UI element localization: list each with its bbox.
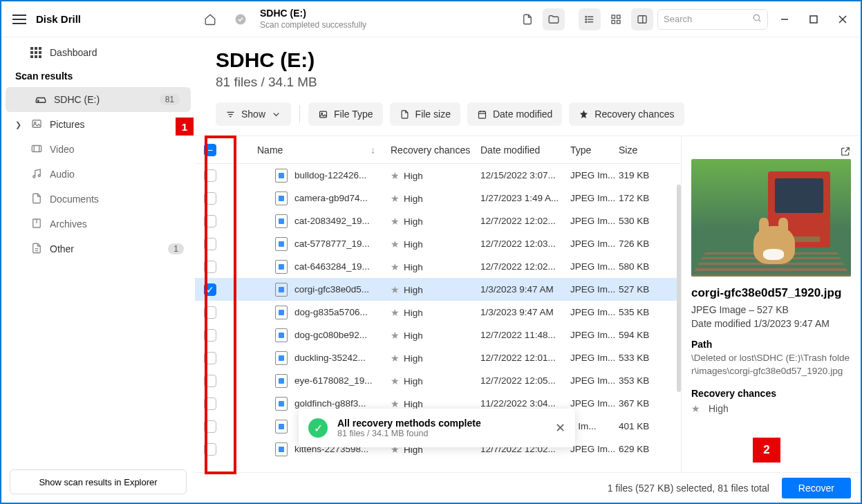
file-date: 12/7/2022 12:05... [480,375,570,386]
menu-button[interactable] [12,12,26,26]
other-icon [30,242,43,256]
row-checkbox[interactable] [204,192,216,205]
toast-notification: ✓ All recovery methods complete 81 files… [299,409,575,447]
table-row[interactable]: dog-g835a5706...★High1/3/2023 9:47 AMJPE… [195,301,681,324]
table-row[interactable]: bulldog-122426...★High12/15/2022 3:07...… [195,164,681,187]
home-icon[interactable] [199,8,221,30]
sidebar-item-documents[interactable]: Documents [1,187,195,212]
star-icon: ★ [391,399,400,409]
col-date[interactable]: Date modified [480,144,570,156]
table-row[interactable]: duckling-35242...★High12/7/2022 12:01...… [195,346,681,369]
table-row[interactable]: cat-6463284_19...★High12/7/2022 12:02...… [195,255,681,278]
file-type: JPEG Im... [570,284,619,295]
col-name[interactable]: Name↓ [225,144,391,156]
search-input[interactable]: Search [657,9,768,30]
col-size[interactable]: Size [619,144,681,156]
table-row[interactable]: camera-gb9d74...★High1/27/2023 1:49 A...… [195,187,681,209]
grid-view-icon[interactable] [605,8,627,30]
topbar: Disk Drill SDHC (E:) Scan completed succ… [1,1,861,37]
select-all-checkbox[interactable]: − [204,144,216,156]
row-checkbox[interactable] [204,261,216,273]
table-row[interactable]: cat-2083492_19...★High12/7/2022 12:02...… [195,209,681,232]
date-modified-filter-button[interactable]: Date modified [467,102,562,126]
sidebar-item-audio[interactable]: Audio [1,162,195,187]
row-checkbox[interactable] [204,352,216,364]
breadcrumb-subtitle: Scan completed successfully [260,20,366,30]
detail-filename: corgi-gfc38e0d57_1920.jpg [691,286,851,300]
drive-icon [35,93,47,107]
sidebar-item-other[interactable]: Other1 [1,236,195,261]
file-icon[interactable] [516,8,538,30]
row-checkbox[interactable] [204,215,216,227]
star-icon: ★ [391,353,400,364]
row-checkbox[interactable] [204,375,216,387]
toast-subtitle: 81 files / 34.1 MB found [337,429,481,438]
file-icon [275,420,288,433]
row-checkbox[interactable]: ✓ [204,283,216,296]
file-icon [275,260,288,274]
maximize-button[interactable] [801,9,826,30]
audio-icon [30,167,43,182]
svg-point-26 [38,174,40,176]
table-row[interactable]: dog-gc080be92...★High12/7/2022 11:48...J… [195,324,681,346]
row-checkbox[interactable] [204,398,216,410]
toast-title: All recovery methods complete [337,418,481,429]
sidebar-item-archives[interactable]: Archives [1,212,195,236]
check-icon: ✓ [308,418,328,438]
popout-icon[interactable] [840,146,851,159]
file-type: JPEG Im... [570,375,619,386]
recover-button[interactable]: Recover [782,478,851,498]
file-name: dog-gc080be92... [294,330,367,340]
file-size-filter-button[interactable]: File size [390,102,460,126]
svg-point-6 [585,21,587,23]
col-chance[interactable]: Recovery chances [391,144,480,156]
sidebar-label: Pictures [50,119,85,130]
file-icon [275,306,288,319]
row-checkbox[interactable] [204,306,216,319]
star-icon: ★ [391,308,400,318]
show-in-explorer-button[interactable]: Show scan results in Explorer [10,469,187,494]
file-name: duckling-35242... [294,353,366,363]
file-date: 11/22/2022 3:04... [480,398,570,409]
file-type-filter-button[interactable]: File Type [308,102,383,126]
list-view-icon[interactable] [579,8,601,30]
table-row[interactable]: eye-6178082_19...★High12/7/2022 12:05...… [195,369,681,392]
table-row[interactable]: cat-5778777_19...★High12/7/2022 12:03...… [195,232,681,255]
file-date: 12/7/2022 12:02... [480,216,570,226]
file-size: 530 KB [619,216,681,226]
scrollbar-thumb[interactable] [677,185,681,392]
table-header: − Name↓ Recovery chances Date modified T… [195,136,681,164]
sidebar-item-drive[interactable]: SDHC (E:) 81 [6,87,191,112]
svg-line-14 [758,19,760,21]
panel-view-icon[interactable] [631,8,653,30]
sidebar-item-dashboard[interactable]: Dashboard [1,40,195,65]
sidebar-item-pictures[interactable]: ❯Pictures [1,112,195,137]
file-size: 527 KB [619,284,681,295]
heading: SDHC (E:) 81 files / 34.1 MB [195,37,861,95]
row-checkbox[interactable] [204,169,216,182]
folder-icon[interactable] [543,8,565,30]
recovery-chances-filter-button[interactable]: Recovery chances [569,102,684,126]
toast-close-button[interactable]: ✕ [555,420,565,436]
sidebar-badge: 1 [168,243,184,254]
row-checkbox[interactable] [204,420,216,433]
svg-rect-34 [320,111,327,118]
show-filter-button[interactable]: Show [216,102,291,126]
selection-status: 1 files (527 KB) selected, 81 files tota… [608,483,769,494]
star-icon: ★ [691,403,700,414]
sidebar-label: Dashboard [50,47,97,58]
table-row[interactable]: ✓corgi-gfc38e0d5...★High1/3/2023 9:47 AM… [195,278,681,301]
dashboard-icon [30,47,41,58]
minimize-button[interactable] [772,9,797,30]
row-checkbox[interactable] [204,329,216,342]
file-type: JPEG Im... [570,170,619,180]
annotation-marker-2: 2 [753,438,780,463]
star-icon: ★ [391,376,400,386]
sidebar-item-video[interactable]: Video [1,137,195,162]
col-type[interactable]: Type [570,144,619,156]
close-button[interactable] [830,9,855,30]
star-icon: ★ [391,194,400,204]
file-date: 12/7/2022 12:01... [480,353,570,363]
row-checkbox[interactable] [204,238,216,250]
row-checkbox[interactable] [204,443,216,456]
